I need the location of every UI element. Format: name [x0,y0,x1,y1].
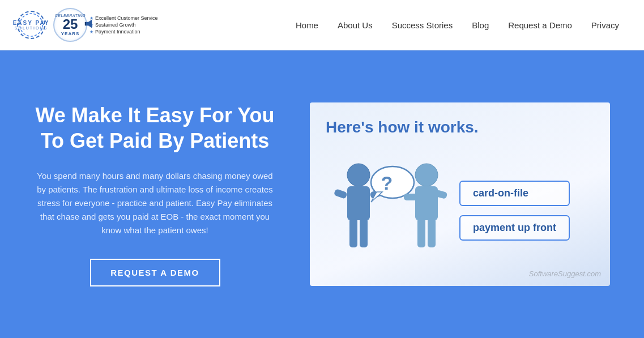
svg-rect-2 [85,22,86,25]
svg-point-3 [347,164,370,186]
nav-item-home[interactable]: Home [288,16,326,35]
badge-circle: CELEBRATING 25 YEARS [53,8,87,42]
svg-rect-13 [415,186,438,220]
hero-section: We Make It Easy For You To Get Paid By P… [0,50,644,338]
hero-left: We Make It Easy For You To Get Paid By P… [34,102,276,286]
nav-item-privacy[interactable]: Privacy [583,16,627,35]
logo-area: EASY PAY SOLUTIONS CELEBRATING 25 YEARS [17,8,158,42]
how-it-works-title: Here's how it works. [326,118,593,136]
header: EASY PAY SOLUTIONS CELEBRATING 25 YEARS [0,0,644,50]
badge-text-2: Sustained Growth [95,22,136,28]
hero-description: You spend many hours and many dollars ch… [34,169,276,237]
illustration-row: ? card-on-file payment up front [326,151,593,270]
how-it-works-title-text: Here's how it works. [326,118,479,136]
main-nav: Home About Us Success Stories Blog Reque… [288,16,627,35]
svg-rect-15 [428,218,436,247]
celebrating-badge: CELEBRATING 25 YEARS ★Excellent Customer… [53,8,158,42]
nav-item-about-us[interactable]: About Us [330,16,381,35]
options-column: card-on-file payment up front [459,181,570,241]
badge-stars: ★Excellent Customer Service ★Sustained G… [89,15,158,35]
svg-rect-14 [417,218,425,247]
watermark: SoftwareSuggest.com [529,269,601,278]
people-illustration: ? [326,151,450,270]
years-num: 25 [63,18,78,31]
svg-rect-7 [334,189,348,199]
request-demo-button[interactable]: REQUEST A DEMO [90,259,220,286]
hero-title: We Make It Easy For You To Get Paid By P… [34,102,276,153]
nav-item-request-demo[interactable]: Request a Demo [500,16,580,35]
nav-item-success-stories[interactable]: Success Stories [384,16,461,35]
svg-rect-16 [404,194,417,200]
nav-item-blog[interactable]: Blog [464,16,497,35]
years-label: YEARS [61,31,80,36]
logo-circle: EASY PAY SOLUTIONS [17,11,45,39]
svg-rect-4 [347,186,370,220]
svg-rect-5 [349,218,357,247]
logo-solutions: SOLUTIONS [15,26,48,31]
option-payment-up-front: payment up front [459,215,570,241]
badge-text-3: Payment Innovation [95,29,140,35]
svg-text:?: ? [381,172,393,194]
logo-easy-pay: EASY PAY [13,20,50,26]
how-it-works-box: Here's how it works. ? [310,102,610,286]
svg-rect-6 [360,218,368,247]
badge-text-1: Excellent Customer Service [95,15,158,21]
svg-point-12 [415,164,438,186]
option-card-on-file: card-on-file [459,181,570,206]
